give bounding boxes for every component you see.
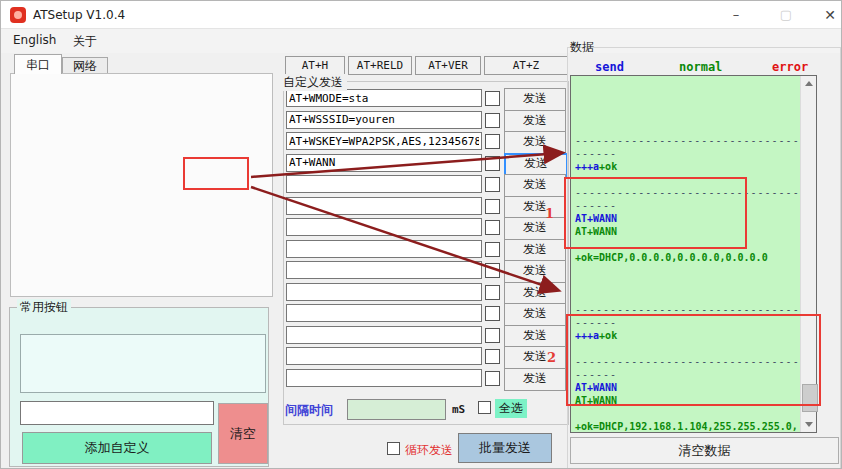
scroll-down-icon[interactable]	[801, 417, 817, 432]
custom-send-row: 发送	[284, 132, 569, 153]
log-line: +++a+ok	[575, 160, 800, 173]
row-checkbox[interactable]	[485, 91, 500, 106]
loop-send-checkbox[interactable]	[387, 442, 400, 455]
interval-input[interactable]	[347, 399, 446, 420]
command-input[interactable]	[286, 347, 482, 365]
data-log-text: --------------------------------------++…	[575, 95, 800, 433]
serial-tab-page	[10, 73, 273, 297]
log-line: +ok=DHCP,192.168.1.104,255.255.255.0,192…	[575, 420, 800, 433]
loop-send-label: 循环发送	[405, 442, 453, 459]
send-button[interactable]: 发送	[504, 196, 566, 219]
clear-button[interactable]: 清空	[218, 403, 268, 464]
common-buttons-list[interactable]	[20, 334, 266, 393]
command-input[interactable]	[286, 326, 482, 344]
row-checkbox[interactable]	[485, 199, 500, 214]
custom-send-row: 发送	[284, 240, 569, 261]
send-button[interactable]: 发送	[504, 368, 566, 391]
batch-send-button[interactable]: 批量发送	[458, 433, 552, 463]
custom-send-row: 发送	[284, 154, 569, 175]
command-input[interactable]	[286, 218, 482, 236]
log-line	[575, 407, 800, 420]
send-button[interactable]: 发送	[504, 174, 566, 197]
log-line: +++a+ok	[575, 329, 800, 342]
custom-send-title: 自定义发送	[283, 74, 347, 91]
log-line	[575, 264, 800, 277]
custom-send-row: 发送	[284, 89, 569, 110]
log-line	[575, 173, 800, 186]
command-input[interactable]	[286, 261, 482, 279]
tab-serial[interactable]: 串口	[14, 54, 62, 74]
log-line: --------------------------------------	[575, 355, 800, 381]
send-button[interactable]: 发送	[504, 282, 566, 305]
command-input[interactable]	[286, 283, 482, 301]
log-line	[575, 95, 800, 108]
custom-send-row: 发送	[284, 218, 569, 239]
command-input[interactable]	[286, 132, 482, 150]
row-checkbox[interactable]	[485, 113, 500, 128]
send-button[interactable]: 发送	[504, 346, 566, 369]
scroll-up-icon[interactable]	[801, 76, 817, 91]
send-button[interactable]: 发送	[504, 131, 566, 154]
log-line: --------------------------------------	[575, 134, 800, 160]
command-input[interactable]	[286, 240, 482, 258]
log-line: --------------------------------------	[575, 303, 800, 329]
maximize-button: ▢	[764, 1, 808, 29]
close-button[interactable]: ✕	[808, 1, 842, 29]
log-scrollbar[interactable]	[800, 76, 816, 432]
data-log-area[interactable]: --------------------------------------++…	[570, 75, 817, 433]
command-input[interactable]	[286, 197, 482, 215]
send-button[interactable]: 发送	[504, 88, 566, 111]
row-checkbox[interactable]	[485, 349, 500, 364]
command-input[interactable]	[286, 154, 482, 172]
menu-item-about[interactable]: 关于	[73, 33, 97, 50]
scrollbar-thumb[interactable]	[802, 384, 818, 412]
custom-send-row: 发送	[284, 347, 569, 368]
command-input[interactable]	[286, 304, 482, 322]
custom-send-row: 发送	[284, 261, 569, 282]
custom-send-row: 发送	[284, 369, 569, 390]
custom-send-row: 发送	[284, 326, 569, 347]
log-line: --------------------------------------	[575, 186, 800, 212]
send-button[interactable]: 发送	[504, 260, 566, 283]
send-button[interactable]: 发送	[504, 303, 566, 326]
minimize-button[interactable]: –	[714, 1, 758, 29]
custom-send-row: 发送	[284, 197, 569, 218]
row-checkbox[interactable]	[485, 306, 500, 321]
select-all-checkbox[interactable]	[478, 401, 491, 414]
add-custom-button[interactable]: 添加自定义	[22, 432, 212, 464]
command-input[interactable]	[286, 369, 482, 387]
app-window: ATSetup V1.0.4 – ▢ ✕ English 关于 串口 网络 串口…	[0, 0, 842, 469]
row-checkbox[interactable]	[485, 177, 500, 192]
row-checkbox[interactable]	[485, 134, 500, 149]
row-checkbox[interactable]	[485, 328, 500, 343]
command-input[interactable]	[286, 175, 482, 193]
send-button[interactable]: 发送	[504, 325, 566, 348]
legend-error: error	[772, 60, 808, 74]
row-checkbox[interactable]	[485, 242, 500, 257]
row-checkbox[interactable]	[485, 263, 500, 278]
interval-label: 间隔时间	[285, 402, 333, 419]
row-checkbox[interactable]	[485, 285, 500, 300]
send-button[interactable]: 发送	[504, 110, 566, 133]
command-input[interactable]	[286, 111, 482, 129]
log-line: AT+WANN	[575, 225, 800, 238]
log-line	[575, 108, 800, 121]
send-button[interactable]: 发送	[504, 239, 566, 262]
common-buttons-title: 常用按钮	[17, 299, 71, 316]
command-input[interactable]	[286, 89, 482, 107]
new-button-input[interactable]	[20, 401, 214, 425]
menu-item-english[interactable]: English	[13, 33, 56, 47]
row-checkbox[interactable]	[485, 220, 500, 235]
window-title: ATSetup V1.0.4	[33, 8, 125, 22]
row-checkbox[interactable]	[485, 156, 500, 171]
custom-send-row: 发送	[284, 304, 569, 325]
app-icon	[10, 7, 26, 23]
tab-network[interactable]: 网络	[62, 57, 108, 74]
row-checkbox[interactable]	[485, 371, 500, 386]
send-button[interactable]: 发送	[504, 217, 566, 240]
data-panel-title: 数据	[570, 39, 594, 56]
log-line: AT+WANN	[575, 381, 800, 394]
log-line	[575, 121, 800, 134]
select-all-label: 全选	[495, 399, 527, 418]
clear-data-button[interactable]: 清空数据	[570, 437, 839, 464]
